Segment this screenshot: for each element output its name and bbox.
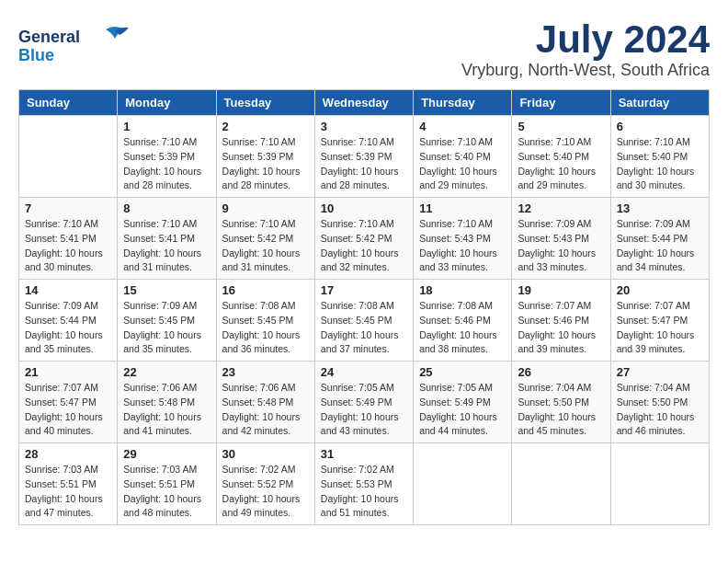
- day-number: 2: [222, 120, 309, 133]
- weekday-header-sunday: Sunday: [19, 90, 118, 116]
- day-info: Sunrise: 7:10 AMSunset: 5:39 PMDaylight:…: [321, 135, 407, 193]
- day-number: 11: [419, 201, 506, 215]
- calendar-cell: 14Sunrise: 7:09 AMSunset: 5:44 PMDayligh…: [19, 280, 118, 362]
- day-number: 5: [518, 120, 604, 133]
- day-number: 3: [321, 120, 407, 133]
- day-number: 16: [222, 283, 309, 297]
- day-number: 29: [123, 447, 210, 461]
- day-number: 23: [222, 365, 309, 379]
- calendar-cell: [19, 116, 118, 198]
- day-number: 10: [321, 201, 407, 215]
- day-info: Sunrise: 7:07 AMSunset: 5:46 PMDaylight:…: [518, 299, 604, 357]
- day-info: Sunrise: 7:09 AMSunset: 5:43 PMDaylight:…: [518, 217, 604, 275]
- weekday-header-wednesday: Wednesday: [314, 90, 413, 116]
- calendar-cell: 17Sunrise: 7:08 AMSunset: 5:45 PMDayligh…: [314, 280, 413, 362]
- day-number: 18: [419, 283, 506, 297]
- day-number: 4: [419, 120, 506, 133]
- day-info: Sunrise: 7:10 AMSunset: 5:43 PMDaylight:…: [419, 217, 506, 275]
- day-info: Sunrise: 7:10 AMSunset: 5:42 PMDaylight:…: [321, 217, 407, 275]
- day-info: Sunrise: 7:04 AMSunset: 5:50 PMDaylight:…: [617, 381, 703, 439]
- calendar-cell: 29Sunrise: 7:03 AMSunset: 5:51 PMDayligh…: [118, 443, 216, 525]
- calendar-cell: [414, 443, 512, 525]
- day-info: Sunrise: 7:08 AMSunset: 5:45 PMDaylight:…: [321, 299, 407, 357]
- calendar-cell: 27Sunrise: 7:04 AMSunset: 5:50 PMDayligh…: [610, 362, 709, 443]
- day-info: Sunrise: 7:05 AMSunset: 5:49 PMDaylight:…: [419, 381, 506, 439]
- day-info: Sunrise: 7:07 AMSunset: 5:47 PMDaylight:…: [617, 299, 703, 357]
- day-number: 22: [123, 365, 210, 379]
- day-info: Sunrise: 7:10 AMSunset: 5:41 PMDaylight:…: [123, 217, 210, 275]
- calendar-cell: 20Sunrise: 7:07 AMSunset: 5:47 PMDayligh…: [610, 280, 709, 362]
- calendar-cell: 2Sunrise: 7:10 AMSunset: 5:39 PMDaylight…: [216, 116, 314, 198]
- logo: General Blue: [18, 22, 138, 72]
- calendar-cell: 8Sunrise: 7:10 AMSunset: 5:41 PMDaylight…: [118, 198, 216, 280]
- calendar-cell: 11Sunrise: 7:10 AMSunset: 5:43 PMDayligh…: [414, 198, 512, 280]
- day-info: Sunrise: 7:06 AMSunset: 5:48 PMDaylight:…: [222, 381, 309, 439]
- day-number: 27: [617, 365, 703, 379]
- day-number: 26: [518, 365, 604, 379]
- day-info: Sunrise: 7:02 AMSunset: 5:53 PMDaylight:…: [321, 463, 407, 521]
- day-info: Sunrise: 7:07 AMSunset: 5:47 PMDaylight:…: [25, 381, 111, 439]
- day-info: Sunrise: 7:03 AMSunset: 5:51 PMDaylight:…: [25, 463, 111, 521]
- day-number: 6: [617, 120, 703, 133]
- calendar-cell: 16Sunrise: 7:08 AMSunset: 5:45 PMDayligh…: [216, 280, 314, 362]
- day-info: Sunrise: 7:09 AMSunset: 5:44 PMDaylight:…: [25, 299, 111, 357]
- calendar-cell: 24Sunrise: 7:05 AMSunset: 5:49 PMDayligh…: [314, 362, 413, 443]
- calendar-cell: [610, 443, 709, 525]
- day-info: Sunrise: 7:10 AMSunset: 5:40 PMDaylight:…: [518, 135, 604, 193]
- calendar-cell: 21Sunrise: 7:07 AMSunset: 5:47 PMDayligh…: [19, 362, 118, 443]
- calendar-cell: 7Sunrise: 7:10 AMSunset: 5:41 PMDaylight…: [19, 198, 118, 280]
- calendar-cell: 4Sunrise: 7:10 AMSunset: 5:40 PMDaylight…: [414, 116, 512, 198]
- calendar-cell: 13Sunrise: 7:09 AMSunset: 5:44 PMDayligh…: [610, 198, 709, 280]
- day-number: 1: [123, 120, 210, 133]
- calendar-cell: 31Sunrise: 7:02 AMSunset: 5:53 PMDayligh…: [314, 443, 413, 525]
- calendar-cell: 30Sunrise: 7:02 AMSunset: 5:52 PMDayligh…: [216, 443, 314, 525]
- day-info: Sunrise: 7:03 AMSunset: 5:51 PMDaylight:…: [123, 463, 210, 521]
- calendar-cell: 15Sunrise: 7:09 AMSunset: 5:45 PMDayligh…: [118, 280, 216, 362]
- calendar-cell: 10Sunrise: 7:10 AMSunset: 5:42 PMDayligh…: [314, 198, 413, 280]
- day-info: Sunrise: 7:10 AMSunset: 5:42 PMDaylight:…: [222, 217, 309, 275]
- day-info: Sunrise: 7:05 AMSunset: 5:49 PMDaylight:…: [321, 381, 407, 439]
- day-number: 19: [518, 283, 604, 297]
- calendar-cell: 25Sunrise: 7:05 AMSunset: 5:49 PMDayligh…: [414, 362, 512, 443]
- day-info: Sunrise: 7:09 AMSunset: 5:44 PMDaylight:…: [617, 217, 703, 275]
- day-number: 13: [617, 201, 703, 215]
- day-number: 8: [123, 201, 210, 215]
- calendar-cell: 6Sunrise: 7:10 AMSunset: 5:40 PMDaylight…: [610, 116, 709, 198]
- day-number: 30: [222, 447, 309, 461]
- calendar-cell: 19Sunrise: 7:07 AMSunset: 5:46 PMDayligh…: [512, 280, 610, 362]
- day-number: 12: [518, 201, 604, 215]
- calendar-cell: 9Sunrise: 7:10 AMSunset: 5:42 PMDaylight…: [216, 198, 314, 280]
- day-info: Sunrise: 7:10 AMSunset: 5:40 PMDaylight:…: [419, 135, 506, 193]
- day-info: Sunrise: 7:09 AMSunset: 5:45 PMDaylight:…: [123, 299, 210, 357]
- calendar-cell: 28Sunrise: 7:03 AMSunset: 5:51 PMDayligh…: [19, 443, 118, 525]
- calendar-cell: 5Sunrise: 7:10 AMSunset: 5:40 PMDaylight…: [512, 116, 610, 198]
- day-info: Sunrise: 7:08 AMSunset: 5:46 PMDaylight:…: [419, 299, 506, 357]
- day-info: Sunrise: 7:06 AMSunset: 5:48 PMDaylight:…: [123, 381, 210, 439]
- calendar-cell: 18Sunrise: 7:08 AMSunset: 5:46 PMDayligh…: [414, 280, 512, 362]
- day-number: 14: [25, 283, 111, 297]
- day-number: 31: [321, 447, 407, 461]
- calendar-cell: 23Sunrise: 7:06 AMSunset: 5:48 PMDayligh…: [216, 362, 314, 443]
- day-number: 20: [617, 283, 703, 297]
- day-info: Sunrise: 7:04 AMSunset: 5:50 PMDaylight:…: [518, 381, 604, 439]
- day-number: 15: [123, 283, 210, 297]
- weekday-header-saturday: Saturday: [610, 90, 709, 116]
- weekday-header-tuesday: Tuesday: [216, 90, 314, 116]
- calendar-cell: [512, 443, 610, 525]
- calendar-cell: 1Sunrise: 7:10 AMSunset: 5:39 PMDaylight…: [118, 116, 216, 198]
- svg-text:Blue: Blue: [18, 46, 54, 64]
- day-number: 9: [222, 201, 309, 215]
- day-number: 7: [25, 201, 111, 215]
- day-info: Sunrise: 7:10 AMSunset: 5:41 PMDaylight:…: [25, 217, 111, 275]
- day-number: 25: [419, 365, 506, 379]
- calendar-cell: 22Sunrise: 7:06 AMSunset: 5:48 PMDayligh…: [118, 362, 216, 443]
- day-number: 17: [321, 283, 407, 297]
- calendar-cell: 3Sunrise: 7:10 AMSunset: 5:39 PMDaylight…: [314, 116, 413, 198]
- day-number: 24: [321, 365, 407, 379]
- weekday-header-monday: Monday: [118, 90, 216, 116]
- svg-text:General: General: [18, 28, 80, 46]
- day-info: Sunrise: 7:02 AMSunset: 5:52 PMDaylight:…: [222, 463, 309, 521]
- day-info: Sunrise: 7:10 AMSunset: 5:39 PMDaylight:…: [123, 135, 210, 193]
- day-info: Sunrise: 7:08 AMSunset: 5:45 PMDaylight:…: [222, 299, 309, 357]
- weekday-header-friday: Friday: [512, 90, 610, 116]
